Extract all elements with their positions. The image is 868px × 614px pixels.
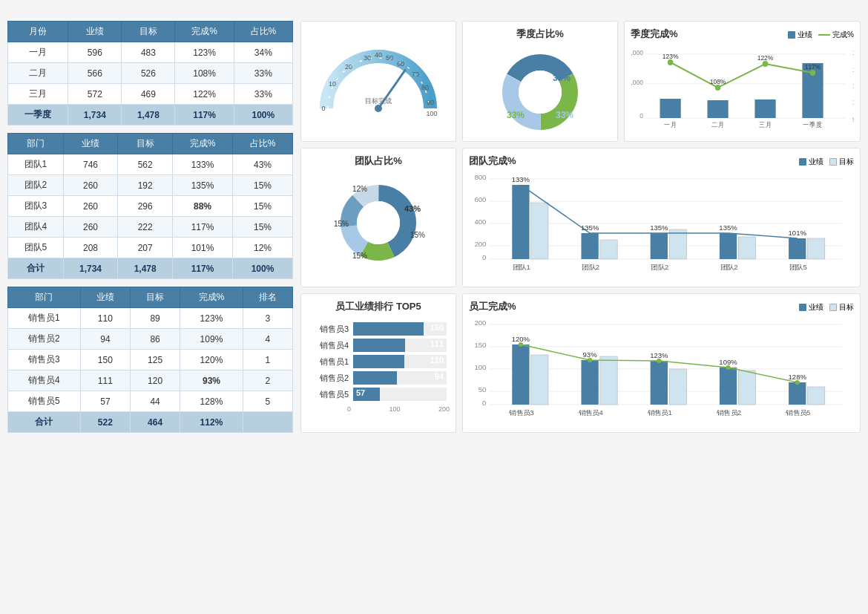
svg-rect-80: [789, 238, 806, 259]
table-row: 一月596483123%34%: [8, 42, 293, 63]
svg-text:一月: 一月: [664, 121, 677, 128]
team-col-header: 业绩: [63, 134, 118, 154]
svg-text:200: 200: [474, 241, 486, 248]
team-bar-chart: 团队完成% 业绩 目标 800 600 400 200 0: [462, 148, 861, 287]
svg-text:123%: 123%: [662, 53, 679, 60]
svg-text:销售员4: 销售员4: [578, 409, 603, 417]
svg-text:128%: 128%: [789, 373, 806, 381]
svg-text:135%: 135%: [719, 224, 737, 232]
quarterly-bar-svg: 2,000 1,000 0 130% 120% 110% 100% 90%: [631, 44, 854, 133]
gauge-svg: 0 10 20 30 40 50 60 70 80 90 100: [312, 30, 445, 127]
svg-text:120%: 120%: [852, 66, 854, 74]
team-bar-legend: 业绩 目标: [799, 157, 854, 167]
svg-text:销售员1: 销售员1: [647, 409, 672, 417]
svg-rect-110: [789, 382, 806, 405]
svg-point-42: [810, 70, 816, 76]
svg-text:33%: 33%: [556, 110, 573, 120]
quarterly-donut-chart: 季度占比% 34% 33%: [462, 21, 618, 142]
svg-text:2,000: 2,000: [631, 49, 643, 56]
team-donut-chart: 团队占比% 43% 15%: [300, 148, 456, 287]
svg-rect-102: [512, 344, 529, 405]
svg-text:123%: 123%: [650, 352, 668, 359]
svg-rect-75: [600, 240, 617, 259]
monthly-col-header: 业绩: [68, 22, 122, 42]
quarterly-donut-svg: 34% 33% 33%: [484, 44, 596, 133]
svg-rect-79: [738, 237, 755, 259]
monthly-col-header: 月份: [8, 22, 68, 42]
team-donut-title: 团队占比%: [307, 154, 450, 168]
table-row: 销售员55744128%5: [8, 391, 293, 412]
svg-rect-109: [738, 370, 755, 405]
svg-rect-108: [720, 368, 737, 405]
svg-text:二月: 二月: [711, 121, 724, 128]
svg-text:109%: 109%: [719, 359, 737, 366]
svg-text:0: 0: [482, 399, 486, 407]
team-col-header: 占比%: [233, 134, 293, 154]
svg-rect-77: [669, 229, 686, 259]
svg-point-56: [357, 201, 400, 244]
top5-row-4: 销售员2 94: [310, 371, 447, 385]
svg-rect-37: [754, 99, 775, 118]
quarterly-line-title: 季度完成%: [631, 27, 678, 41]
svg-text:33%: 33%: [507, 110, 525, 120]
svg-text:135%: 135%: [581, 224, 599, 232]
monthly-col-header: 占比%: [234, 22, 292, 42]
right-panel: 0 10 20 30 40 50 60 70 80 90 100: [300, 21, 861, 433]
team-bar-title: 团队完成%: [469, 154, 516, 168]
gauge-chart: 0 10 20 30 40 50 60 70 80 90 100: [300, 21, 456, 142]
page-title: [0, 0, 868, 21]
table-row: 二月566526108%33%: [8, 63, 293, 84]
table-row: 销售员3150125120%1: [8, 350, 293, 370]
svg-rect-106: [651, 361, 668, 405]
svg-text:0: 0: [321, 105, 325, 112]
svg-text:70: 70: [412, 71, 419, 78]
table-row: 三月572469122%33%: [8, 84, 293, 105]
table-row: 销售员29486109%4: [8, 329, 293, 350]
svg-text:20: 20: [345, 63, 352, 71]
svg-text:12%: 12%: [352, 185, 367, 193]
team-col-header: 目标: [118, 134, 173, 154]
svg-text:117%: 117%: [805, 63, 821, 71]
team-bar-svg: 800 600 400 200 0: [469, 171, 854, 278]
svg-text:93%: 93%: [583, 351, 597, 359]
salesperson-table-container: 部门业绩目标完成%排名 销售员111089123%3销售员29486109%4销…: [7, 287, 293, 433]
employee-bar-title: 员工完成%: [469, 300, 516, 313]
sp-col-header: 目标: [130, 287, 180, 308]
svg-text:122%: 122%: [757, 54, 774, 62]
svg-text:团队1: 团队1: [513, 264, 530, 271]
top5-row-5: 销售员5 57: [310, 388, 447, 401]
top5-title: 员工业绩排行 TOP5: [307, 300, 450, 313]
svg-rect-111: [808, 387, 825, 405]
svg-text:34%: 34%: [553, 73, 571, 83]
salesperson-table: 部门业绩目标完成%排名 销售员111089123%3销售员29486109%4销…: [7, 287, 293, 433]
legend-wc: 完成%: [832, 30, 854, 40]
svg-rect-107: [669, 369, 686, 405]
svg-text:100: 100: [426, 110, 437, 117]
svg-text:10: 10: [329, 80, 336, 88]
svg-text:43%: 43%: [404, 204, 421, 213]
monthly-col-header: 完成%: [175, 22, 234, 42]
quarterly-line-chart: 季度完成% 业绩 完成% 2,000 1,000 0 130% 120% 110…: [624, 21, 861, 142]
svg-text:200: 200: [474, 319, 486, 327]
svg-text:150: 150: [474, 342, 486, 349]
top5-row-3: 销售员1 110: [310, 355, 447, 368]
svg-text:50: 50: [479, 386, 487, 393]
monthly-col-header: 目标: [122, 22, 175, 42]
svg-text:50: 50: [386, 54, 393, 62]
svg-text:一季度: 一季度: [803, 121, 822, 128]
employee-bar-chart: 员工完成% 业绩 目标 200 150 100 50 0: [462, 293, 861, 433]
svg-text:133%: 133%: [512, 176, 530, 183]
svg-text:600: 600: [474, 196, 486, 203]
table-row: 团队5208207101%12%: [8, 238, 293, 258]
svg-rect-73: [531, 203, 548, 259]
sp-col-header: 排名: [243, 287, 292, 308]
svg-text:800: 800: [474, 174, 486, 181]
svg-text:15%: 15%: [334, 220, 349, 228]
svg-rect-35: [660, 99, 681, 118]
svg-text:110%: 110%: [852, 82, 854, 90]
team-col-header: 部门: [8, 134, 64, 154]
svg-text:90: 90: [427, 99, 434, 106]
charts-row-2: 团队占比% 43% 15%: [300, 148, 861, 287]
employee-bar-legend: 业绩 目标: [799, 302, 854, 313]
svg-text:三月: 三月: [759, 121, 772, 128]
